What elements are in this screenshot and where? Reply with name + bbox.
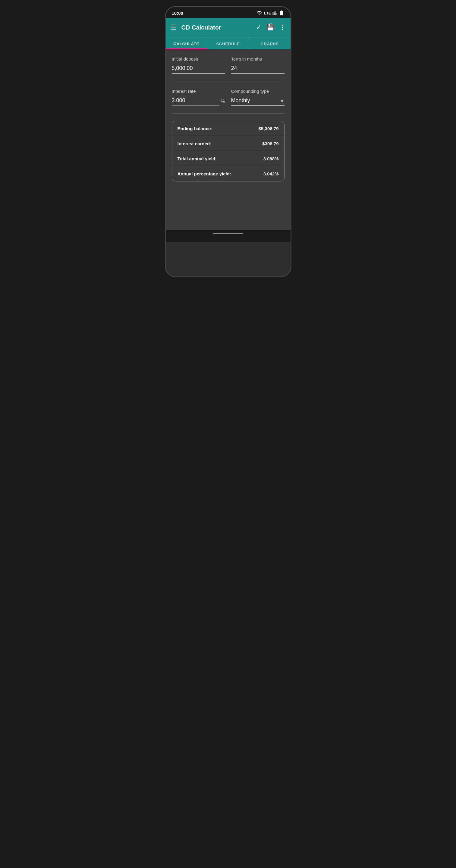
term-months-label: Term in months [231,56,284,61]
interest-rate-wrapper: % [172,96,225,106]
ending-balance-label: Ending balance: [178,126,212,131]
total-annual-yield-label: Total annual yield: [178,156,217,161]
compounding-type-label: Compounding type [231,89,284,94]
initial-deposit-label: Initial deposit [172,56,225,61]
menu-button[interactable]: ☰ [171,24,177,31]
result-row-ending-balance: Ending balance: $5,308.79 [172,121,284,136]
status-bar: 10:00 LTE [166,7,291,18]
tab-calculate[interactable]: CALCULATE [166,37,207,49]
results-box: Ending balance: $5,308.79 Interest earne… [172,121,284,181]
ending-balance-value: $5,308.79 [259,126,279,131]
interest-rate-label: Interest rate [172,89,225,94]
interest-earned-label: Interest earned: [178,141,212,146]
initial-deposit-field: Initial deposit [172,56,225,74]
tabs-bar: CALCULATE SCHEDULE GRAPHS [166,37,291,49]
signal-icon [272,10,277,16]
apy-value: 3.042% [264,171,279,176]
compounding-select-wrapper: Daily Monthly Quarterly Semi-annually An… [231,96,284,106]
term-months-input[interactable] [231,64,284,74]
divider-1 [172,81,284,82]
check-button[interactable]: ✓ [256,24,261,31]
interest-earned-value: $308.79 [262,141,278,146]
form-row-2: Interest rate % Compounding type Daily M… [172,89,284,106]
term-months-field: Term in months [231,56,284,74]
result-row-interest-earned: Interest earned: $308.79 [172,136,284,151]
status-icons: LTE [256,10,284,16]
wifi-icon [256,10,262,16]
lte-label: LTE [264,11,271,16]
tab-schedule[interactable]: SCHEDULE [207,37,249,49]
app-title: CD Calculator [181,24,251,31]
compounding-type-select[interactable]: Daily Monthly Quarterly Semi-annually An… [231,96,284,106]
percent-suffix: % [221,98,225,104]
apy-label: Annual percentage yield: [178,171,231,176]
tab-graphs[interactable]: GRAPHS [249,37,290,49]
initial-deposit-input[interactable] [172,64,225,74]
result-row-total-annual-yield: Total annual yield: 3.088% [172,151,284,166]
result-row-apy: Annual percentage yield: 3.042% [172,166,284,181]
battery-icon [278,10,284,16]
compounding-type-field: Compounding type Daily Monthly Quarterly… [231,89,284,106]
divider-2 [172,113,284,114]
save-button[interactable]: 💾 [266,24,274,31]
interest-rate-field: Interest rate % [172,89,225,106]
interest-rate-input[interactable] [172,96,220,106]
form-row-1: Initial deposit Term in months [172,56,284,74]
home-indicator [213,233,243,234]
app-bar: ☰ CD Calculator ✓ 💾 ⋮ [166,18,291,37]
total-annual-yield-value: 3.088% [264,156,279,161]
main-content: Initial deposit Term in months Interest … [166,49,291,230]
phone-frame: 10:00 LTE ☰ CD Calculator ✓ 💾 ⋮ CALCULAT… [165,6,292,277]
more-button[interactable]: ⋮ [279,24,286,31]
nav-bar [166,230,291,242]
status-time: 10:00 [172,10,183,16]
